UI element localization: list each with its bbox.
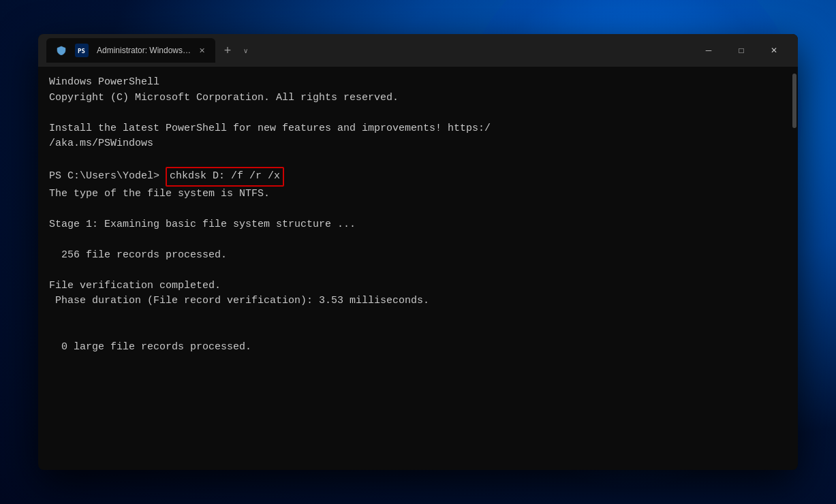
output-line-12 (49, 263, 787, 279)
output-line-6 (49, 152, 787, 168)
minimize-button[interactable]: ─ (693, 40, 724, 61)
prompt-text: PS C:\Users\Yodel> (49, 169, 166, 185)
output-line-11: 256 file records processed. (49, 248, 787, 264)
prompt-line: PS C:\Users\Yodel> chkdsk D: /f /r /x (49, 167, 787, 187)
scrollbar[interactable] (792, 67, 796, 470)
output-line-4: Install the latest PowerShell for new fe… (49, 121, 787, 137)
output-line-13: File verification completed. (49, 279, 787, 294)
output-line-9: Stage 1: Examining basic file system str… (49, 217, 787, 233)
output-line-10 (49, 232, 787, 248)
close-button[interactable]: ✕ (758, 40, 790, 61)
tab-area: PS Administrator: Windows Powe ✕ + ∨ (46, 38, 693, 63)
new-tab-button[interactable]: + (218, 41, 237, 60)
tab-title: Administrator: Windows Powe (97, 46, 192, 55)
output-line-16 (49, 324, 787, 340)
output-line-3 (49, 106, 787, 121)
output-line-17: 0 large file records processed. (49, 340, 787, 356)
scrollbar-thumb[interactable] (792, 74, 796, 128)
output-line-14: Phase duration (File record verification… (49, 294, 787, 309)
svg-text:PS: PS (78, 48, 85, 54)
command-text: chkdsk D: /f /r /x (166, 167, 284, 187)
tab-close-button[interactable]: ✕ (196, 45, 207, 56)
terminal-window: PS Administrator: Windows Powe ✕ + ∨ ─ □… (38, 34, 798, 470)
tab-dropdown-button[interactable]: ∨ (237, 42, 253, 59)
output-line-7: The type of the file system is NTFS. (49, 187, 787, 202)
output-line-1: Windows PowerShell (49, 75, 787, 91)
terminal-body: Windows PowerShell Copyright (C) Microso… (38, 67, 798, 470)
maximize-button[interactable]: □ (726, 40, 757, 61)
title-bar: PS Administrator: Windows Powe ✕ + ∨ ─ □… (38, 34, 798, 67)
window-controls: ─ □ ✕ (693, 40, 790, 61)
output-line-2: Copyright (C) Microsoft Corporation. All… (49, 91, 787, 106)
shield-icon (55, 44, 68, 57)
active-tab[interactable]: PS Administrator: Windows Powe ✕ (46, 38, 215, 63)
output-line-8 (49, 202, 787, 217)
powershell-icon: PS (75, 44, 89, 57)
output-line-15 (49, 309, 787, 325)
output-line-5: /aka.ms/PSWindows (49, 136, 787, 152)
